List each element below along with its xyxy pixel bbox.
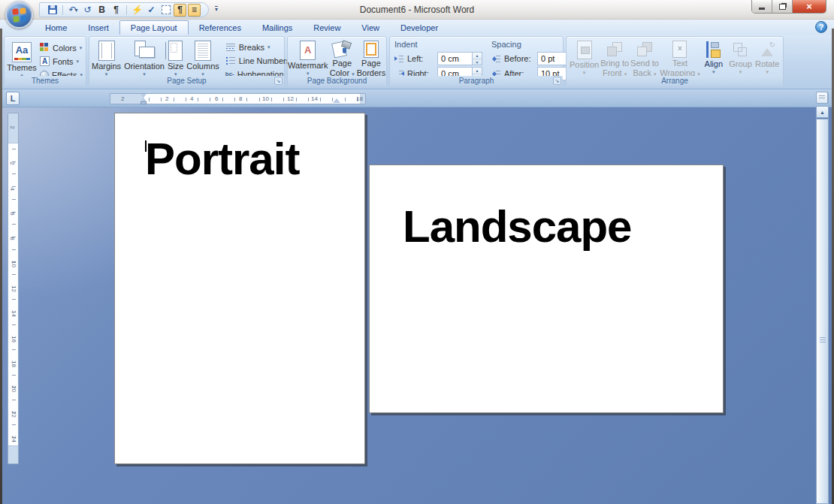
customize-qat-button[interactable]: ▾ [215, 6, 218, 12]
themes-group-label: Themes [5, 76, 86, 86]
page-setup-group: Margins ▾ Orientation ▾ Size ▾ Columns ▾ [89, 36, 285, 87]
theme-colors-button[interactable]: Colors ▾ [40, 41, 83, 54]
columns-button[interactable]: Columns ▾ [186, 37, 219, 77]
dropdown-arrow-icon: ▾ [739, 70, 742, 74]
page-portrait[interactable]: Portrait [114, 113, 365, 464]
restore-button[interactable] [772, 0, 793, 13]
indent-marker[interactable] [141, 94, 147, 104]
tab-references[interactable]: References [189, 21, 252, 35]
theme-fonts-button[interactable]: A Fonts ▾ [40, 55, 83, 68]
arrange-group-label: Arrange [567, 76, 783, 86]
breaks-button[interactable]: Breaks ▾ [225, 41, 296, 53]
save-button[interactable] [46, 4, 59, 17]
indent-left-stepper[interactable]: ▲▼ [472, 53, 482, 65]
orientation-button[interactable]: Orientation ▾ [124, 37, 165, 77]
minimize-button[interactable] [752, 0, 772, 13]
spinner-down-icon[interactable]: ▼ [473, 59, 482, 65]
help-button[interactable]: ? [815, 21, 827, 33]
page-setup-group-label: Page Setup [89, 76, 284, 86]
group-icon [731, 41, 749, 59]
size-button[interactable]: Size ▾ [168, 37, 183, 77]
indent-left-input[interactable]: 0 cm ▲▼ [437, 52, 482, 65]
ribbon: Aa Themes ▾ Colors ▾ A Fonts ▾ [0, 35, 834, 89]
paragraph-direction-icon: ¶ [177, 5, 183, 15]
ruler-row: L 2 2 4 6 8 10 12 14 18 [0, 89, 834, 107]
scroll-up-button[interactable]: ▲ [816, 106, 829, 118]
paragraph-group-label: Paragraph [390, 76, 563, 86]
size-icon [168, 41, 183, 61]
paragraph-dialog-launcher[interactable]: ↘ [553, 77, 561, 85]
word-window: Document6 - Microsoft Word × ↶▾ ↺ B ¶ ⚡ … [0, 0, 834, 504]
bold-button[interactable]: B [95, 4, 108, 17]
vertical-ruler[interactable]: 2 2 4 6 8 10 12 14 16 18 20 22 24 [8, 113, 19, 464]
page-borders-button[interactable]: Page Borders [357, 37, 386, 77]
page-background-group-label: Page Background [288, 76, 386, 86]
ruler-ticks [144, 98, 360, 101]
margins-button[interactable]: Margins ▾ [92, 37, 121, 77]
scroll-up-icon: ▲ [820, 110, 825, 115]
quick-print-button[interactable]: ⚡ [131, 4, 144, 17]
redo-icon: ↺ [83, 5, 91, 15]
restore-icon [779, 4, 786, 10]
tab-page-layout[interactable]: Page Layout [119, 20, 189, 35]
margins-icon [98, 41, 115, 61]
undo-button[interactable]: ↶▾ [67, 4, 80, 17]
undo-dropdown-icon: ▾ [75, 7, 78, 14]
scrollbar-grip [820, 337, 826, 343]
watermark-icon: A [300, 41, 316, 60]
paragraph-direction-button[interactable]: ¶ [174, 4, 186, 17]
landscape-text[interactable]: Landscape [403, 204, 631, 249]
document-area: 2 2 4 6 8 10 12 14 16 18 20 22 24 Portra… [0, 107, 834, 504]
tab-review[interactable]: Review [303, 21, 351, 35]
dropdown-arrow-icon: ▾ [77, 59, 80, 64]
close-button[interactable]: × [793, 0, 826, 13]
orientation-icon [133, 41, 156, 61]
spelling-button[interactable]: ✓ [145, 4, 158, 17]
indent-label: Indent [394, 40, 482, 49]
tab-mailings[interactable]: Mailings [252, 21, 303, 35]
dropdown-arrow-icon: ▾ [712, 70, 715, 74]
text-lines-button[interactable]: ≡ [188, 4, 201, 17]
page-background-group: A Watermark ▾ Page Color ▾ Page Borders … [287, 36, 387, 87]
tab-selector-button[interactable]: L [6, 92, 20, 105]
theme-colors-icon [40, 43, 50, 53]
page-setup-dialog-launcher[interactable]: ↘ [274, 77, 283, 85]
toolbar-separator [126, 5, 127, 15]
help-icon: ? [819, 23, 824, 32]
vertical-scrollbar[interactable] [816, 119, 829, 504]
spinner-up-icon[interactable]: ▲ [473, 53, 482, 59]
text-wrapping-button: × Text Wrapping ▾ [660, 37, 700, 77]
close-icon: × [806, 1, 812, 12]
send-to-back-icon [636, 41, 654, 58]
page-color-button[interactable]: Page Color ▾ [330, 37, 355, 77]
right-indent-marker[interactable] [333, 98, 340, 103]
office-button[interactable] [5, 1, 33, 29]
columns-icon [195, 41, 211, 61]
horizontal-ruler[interactable]: 2 2 4 6 8 10 12 14 18 [110, 93, 366, 104]
redo-button[interactable]: ↺ [81, 4, 94, 17]
tab-developer[interactable]: Developer [390, 21, 449, 35]
themes-icon: Aa [12, 42, 32, 62]
ruler-visibility-toggle[interactable] [816, 92, 828, 104]
watermark-button[interactable]: A Watermark ▾ [289, 37, 328, 77]
show-paragraph-marks-button[interactable]: ¶ [110, 4, 122, 17]
align-button[interactable]: Align ▾ [701, 37, 727, 77]
spacing-before-label: Before: [504, 54, 534, 63]
select-object-button[interactable] [159, 4, 172, 17]
minimize-icon [759, 8, 765, 10]
spinner-up-icon[interactable]: ▲ [473, 68, 482, 74]
paragraph-group: Indent Left: 0 cm ▲▼ Right: 0 cm [389, 36, 564, 87]
line-numbers-button[interactable]: Line Numbers ▾ [225, 54, 296, 67]
ruler-left-margin [110, 94, 144, 104]
page-landscape[interactable]: Landscape [369, 164, 724, 413]
bring-to-front-button: Bring to Front ▾ [600, 37, 629, 77]
tab-home[interactable]: Home [35, 21, 77, 35]
office-logo-icon [12, 8, 27, 23]
tab-view[interactable]: View [351, 21, 390, 35]
save-icon [48, 5, 57, 14]
portrait-text[interactable]: Portrait [145, 137, 299, 182]
tab-insert[interactable]: Insert [77, 21, 119, 35]
themes-button[interactable]: Aa Themes ▾ [8, 38, 36, 79]
group-button: Group ▾ [728, 37, 754, 77]
scrollbar-thumb[interactable] [816, 119, 829, 504]
